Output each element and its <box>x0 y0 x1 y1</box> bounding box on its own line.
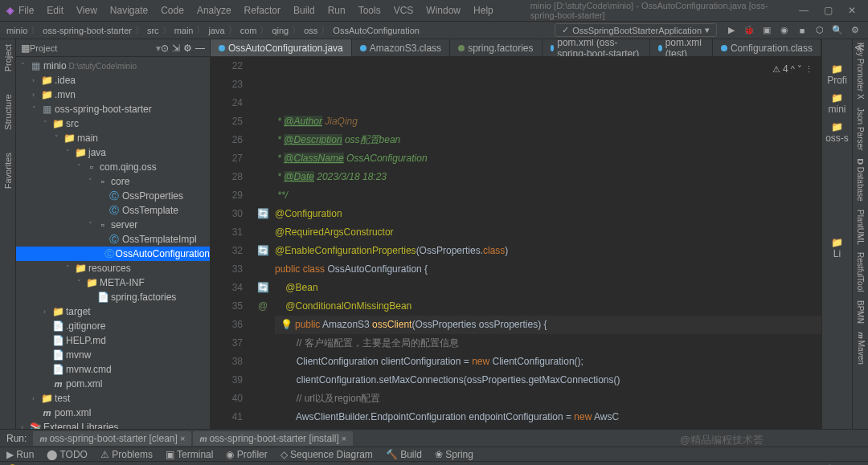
collapse-right-icon[interactable]: ≪ <box>854 42 865 53</box>
tab-OssAutoConfiguration-java[interactable]: OssAutoConfiguration.java <box>211 39 352 57</box>
crumb-src[interactable]: src <box>147 26 159 35</box>
tab-AmazonS3-class[interactable]: AmazonS3.class <box>352 39 450 57</box>
menu-build[interactable]: Build <box>289 3 320 18</box>
tree-item-oss-spring-boot-starter[interactable]: ˅▦oss-spring-boot-starter <box>16 102 210 116</box>
project-tool-button[interactable]: Project <box>3 41 13 75</box>
crumb-qing[interactable]: qing <box>272 26 289 35</box>
tree-item-target[interactable]: ›📁target <box>16 304 210 319</box>
select-opened-icon[interactable]: ⊙ <box>161 43 169 54</box>
tool--Build[interactable]: 🔨 Build <box>386 449 422 460</box>
collapse-all-icon[interactable]: ⚙ <box>183 43 192 54</box>
maven-tool[interactable]: 𝙢 Maven <box>856 332 866 365</box>
maven-module-oss[interactable]: 📁oss-s <box>825 121 849 144</box>
tool--Terminal[interactable]: ▣ Terminal <box>166 449 213 460</box>
maven-module-li[interactable]: 📁Li <box>831 237 843 259</box>
tab-pom-xml-test-[interactable]: pom.xml (test) <box>650 39 713 57</box>
tool--TODO[interactable]: ⬤ TODO <box>47 449 88 460</box>
crumb-minio[interactable]: minio <box>6 26 27 35</box>
maven-module-mini[interactable]: 📁mini <box>828 92 845 115</box>
tree-item-minio[interactable]: ˅▦minio D:\stutyCode\minio <box>16 59 210 73</box>
run-button[interactable]: ▶ <box>725 25 738 35</box>
tool--Profiler[interactable]: ◉ Profiler <box>226 449 267 460</box>
project-panel-title[interactable]: Project <box>30 43 156 53</box>
tree-item-pom-xml[interactable]: 𝙢pom.xml <box>16 377 210 391</box>
json-parser-tool[interactable]: Json Parser <box>856 108 865 150</box>
tree-item-External-Libraries[interactable]: ›📚External Libraries <box>16 420 210 429</box>
run-tab-install[interactable]: 𝙢 oss-spring-boot-starter [install] × <box>193 431 353 446</box>
maximize-icon[interactable]: ▢ <box>818 5 837 16</box>
tree-item-resources[interactable]: ˅📁resources <box>16 261 210 275</box>
tree-item-META-INF[interactable]: ˅📁META-INF <box>16 275 210 290</box>
search-button[interactable]: 🔍 <box>831 25 844 35</box>
menu-tools[interactable]: Tools <box>354 3 386 18</box>
tree-item-java[interactable]: ˅📁java <box>16 145 210 160</box>
crumb-OssAutoConfiguration[interactable]: OssAutoConfiguration <box>333 26 420 35</box>
tree-item-mvnw[interactable]: 📄mvnw <box>16 348 210 362</box>
tree-item-pom-xml[interactable]: 𝙢pom.xml <box>16 406 210 420</box>
run-config-selector[interactable]: ✓ OssSpringBootStarterApplication ▾ <box>555 23 717 37</box>
tool--Run[interactable]: ▶ Run <box>6 449 34 460</box>
tree-item-OssProperties[interactable]: ⒸOssProperties <box>16 189 210 203</box>
tree-item-src[interactable]: ˅📁src <box>16 116 210 131</box>
menu-view[interactable]: View <box>72 3 102 18</box>
code-content[interactable]: ⚠ 4 ^ ˅ ⋮ * @Author JiaQing * @Descripti… <box>275 57 821 429</box>
menu-analyze[interactable]: Analyze <box>192 3 236 18</box>
stop-button[interactable]: ■ <box>796 26 809 35</box>
tree-item--gitignore[interactable]: 📄.gitignore <box>16 319 210 333</box>
menu-run[interactable]: Run <box>323 3 350 18</box>
hide-icon[interactable]: — <box>195 43 205 54</box>
tree-item-mvnw-cmd[interactable]: 📄mvnw.cmd <box>16 362 210 377</box>
expand-all-icon[interactable]: ⇲ <box>172 43 180 54</box>
plantuml-tool[interactable]: PlantUML <box>856 210 865 245</box>
tree-item-OssTemplateImpl[interactable]: ⒸOssTemplateImpl <box>16 232 210 247</box>
inspection-widget[interactable]: ⚠ 4 ^ ˅ ⋮ <box>772 60 813 79</box>
tree-item-spring-factories[interactable]: 📄spring.factories <box>16 290 210 304</box>
menu-window[interactable]: Window <box>421 3 465 18</box>
tree-item--idea[interactable]: ›📁.idea <box>16 73 210 88</box>
menu-refactor[interactable]: Refactor <box>240 3 285 18</box>
close-icon[interactable]: ✕ <box>842 5 862 16</box>
bpmn-tool[interactable]: BPMN <box>856 300 865 324</box>
breadcrumb[interactable]: minio〉oss-spring-boot-starter〉src〉main〉j… <box>6 24 551 36</box>
settings-button[interactable]: ⚙ <box>849 25 862 35</box>
menu-file[interactable]: File <box>14 3 39 18</box>
tool--Sequence-Diagram[interactable]: ◇ Sequence Diagram <box>280 449 373 460</box>
tree-item-core[interactable]: ˅▫core <box>16 174 210 189</box>
tree-item-com-qing-oss[interactable]: ˅▫com.qing.oss <box>16 160 210 174</box>
rest-tool[interactable]: RestfulTool <box>856 252 865 292</box>
tab-pom-xml-oss-spring-boot-starter-[interactable]: pom.xml (oss-spring-boot-starter) <box>542 39 650 57</box>
menu-help[interactable]: Help <box>469 3 498 18</box>
menu-navigate[interactable]: Navigate <box>105 3 153 18</box>
tree-item-OssTemplate[interactable]: ⒸOssTemplate <box>16 203 210 218</box>
code-editor[interactable]: 2223242526272829303132333435363738394041… <box>211 57 821 429</box>
crumb-oss-spring-boot-starter[interactable]: oss-spring-boot-starter <box>43 26 132 35</box>
crumb-java[interactable]: java <box>208 26 224 35</box>
database-tool[interactable]: 𝗗 Database <box>856 158 865 202</box>
crumb-main[interactable]: main <box>174 26 194 35</box>
tree-item--mvn[interactable]: ›📁.mvn <box>16 88 210 102</box>
debug-button[interactable]: 🐞 <box>743 25 755 35</box>
menu-vcs[interactable]: VCS <box>389 3 419 18</box>
tree-item-test[interactable]: ›📁test <box>16 391 210 406</box>
tab-spring-factories[interactable]: spring.factories <box>450 39 542 57</box>
tree-item-server[interactable]: ˅▫server <box>16 218 210 232</box>
tree-item-main[interactable]: ˅📁main <box>16 131 210 145</box>
tree-item-OssAutoConfiguration[interactable]: ⒸOssAutoConfiguration <box>16 247 210 261</box>
run-tab-clean[interactable]: 𝙢 oss-spring-boot-starter [clean] × <box>33 431 191 446</box>
structure-tool-button[interactable]: Structure <box>3 91 13 133</box>
profile-button[interactable]: ◉ <box>778 25 791 35</box>
project-tree[interactable]: ˅▦minio D:\stutyCode\minio›📁.idea›📁.mvn˅… <box>16 57 210 429</box>
tab-Configuration-class[interactable]: Configuration.class <box>713 39 821 57</box>
crumb-com[interactable]: com <box>240 26 257 35</box>
git-button[interactable]: ⬡ <box>813 25 826 35</box>
minimize-icon[interactable]: — <box>794 5 813 16</box>
tool--Problems[interactable]: ⚠ Problems <box>100 449 153 460</box>
crumb-oss[interactable]: oss <box>304 26 317 35</box>
favorites-tool-button[interactable]: Favorites <box>3 149 13 192</box>
tool--Spring[interactable]: ❀ Spring <box>435 449 473 460</box>
menu-code[interactable]: Code <box>156 3 189 18</box>
maven-module-profi[interactable]: 📁Profi <box>827 63 847 86</box>
coverage-button[interactable]: ▣ <box>760 25 773 35</box>
menu-edit[interactable]: Edit <box>42 3 68 18</box>
tree-item-HELP-md[interactable]: 📄HELP.md <box>16 333 210 348</box>
